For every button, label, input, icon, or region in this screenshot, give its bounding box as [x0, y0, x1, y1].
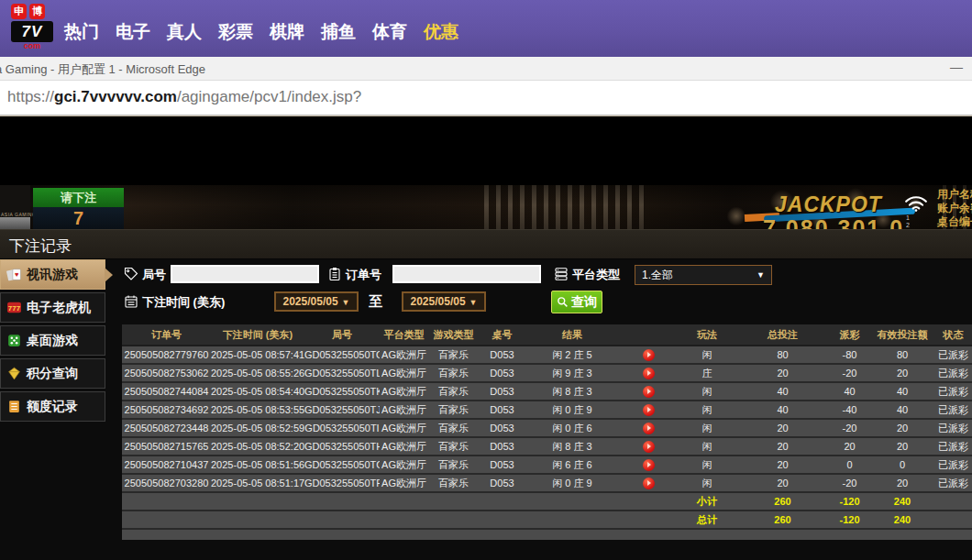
cell-order: 250505082753062 — [122, 364, 211, 382]
chevron-down-icon: ▼ — [469, 298, 478, 307]
browser-urlbar[interactable]: https://gci.7vvvvvv.com/agingame/pcv1/in… — [0, 81, 972, 115]
column-header: 订单号 — [122, 324, 211, 346]
cell-table-no: D053 — [479, 346, 525, 364]
cell-order: 250505082710437 — [122, 456, 211, 474]
cell-platform: AG欧洲厅 — [380, 437, 428, 456]
cell-replay — [619, 382, 678, 401]
cell-payout: -20 — [829, 419, 870, 437]
cell-platform: AG欧洲厅 — [380, 364, 428, 382]
cell-result: 闲 8 庄 3 — [525, 437, 619, 456]
order-number-input[interactable] — [392, 265, 541, 283]
platform-type-select[interactable]: 1.全部 ▼ — [635, 265, 772, 285]
bet-records-table: 订单号下注时间 (美东)局号平台类型游戏类型桌号结果玩法总投注派彩有效投注额状态… — [122, 324, 972, 540]
column-header — [619, 324, 678, 346]
cell-game: 百家乐 — [428, 456, 479, 474]
date-from-picker[interactable]: 2025/05/05▼ — [274, 291, 359, 312]
cell-round: GD053255050TL — [304, 364, 380, 382]
nav-item[interactable]: 真人 — [167, 20, 202, 44]
cell-order: 250505082744084 — [122, 382, 211, 401]
cell-game: 百家乐 — [428, 364, 479, 382]
cell-platform: AG欧洲厅 — [380, 401, 428, 419]
cell-order: 250505082715765 — [122, 437, 211, 456]
table-row: 2505050827032802025-05-05 08:51:17GD0532… — [122, 474, 972, 492]
sum-valid-bet: 240 — [870, 511, 934, 529]
page-title-bar: 下注记录 — [0, 229, 972, 259]
sum-total-bet: 260 — [736, 492, 829, 511]
site-logo[interactable]: 申 博 7V com — [11, 4, 59, 57]
replay-button[interactable] — [643, 423, 655, 434]
ledger-icon — [6, 399, 22, 414]
platform-type-value: 1.全部 — [642, 269, 673, 281]
cell-table-no: D053 — [479, 474, 525, 492]
cell-platform: AG欧洲厅 — [380, 456, 428, 474]
tag-icon — [124, 267, 138, 281]
nav-item[interactable]: 彩票 — [218, 20, 253, 44]
cell-order: 250505082779760 — [122, 346, 211, 364]
nav-item[interactable]: 棋牌 — [270, 20, 304, 44]
nav-item[interactable]: 热门 — [64, 20, 99, 44]
cell-total-bet: 80 — [736, 346, 829, 364]
cell-valid-bet: 80 — [870, 346, 934, 364]
cell-result: 闲 6 庄 6 — [525, 456, 619, 474]
sidebar: ♥视讯游戏777电子老虎机桌面游戏积分查询额度记录 — [0, 259, 114, 422]
cell-game: 百家乐 — [428, 419, 479, 437]
cell-payout: 40 — [829, 382, 870, 401]
chevron-down-icon: ▼ — [757, 266, 765, 284]
nav-item[interactable]: 体育 — [372, 20, 407, 44]
replay-button[interactable] — [643, 349, 655, 361]
cell-time: 2025-05-05 08:52:59 — [211, 419, 304, 437]
cell-play-type: 庄 — [678, 364, 736, 382]
user-name-label: 用户名称 — [937, 188, 972, 202]
cell-replay — [619, 346, 678, 364]
cell-table-no: D053 — [479, 419, 525, 437]
nav-item[interactable]: 电子 — [116, 20, 150, 44]
round-number-input[interactable] — [171, 265, 319, 283]
sum-valid-bet: 240 — [870, 492, 934, 511]
subtotal-row: 小计260-120240 — [122, 492, 972, 511]
replay-button[interactable] — [643, 404, 655, 416]
nav-item[interactable]: 优惠 — [424, 20, 458, 44]
calendar-icon — [124, 294, 138, 309]
cell-total-bet: 20 — [736, 456, 829, 474]
replay-button[interactable] — [643, 368, 655, 379]
sum-label: 小计 — [678, 492, 736, 511]
cell-play-type: 闲 — [678, 346, 736, 364]
cell-round: GD053255050TI — [304, 419, 380, 437]
bet-countdown: 7 — [33, 207, 124, 229]
cell-payout: -20 — [829, 364, 870, 382]
minimize-button[interactable]: — — [950, 60, 963, 74]
platform-type-label: 平台类型 — [572, 267, 620, 283]
sidebar-item-ledger[interactable]: 额度记录 — [0, 391, 105, 422]
replay-button[interactable] — [643, 459, 655, 471]
replay-button[interactable] — [643, 386, 655, 398]
cell-payout: -40 — [829, 401, 870, 419]
bet-status-label: 请下注 — [33, 188, 124, 207]
sidebar-item-diamond[interactable]: 积分查询 — [0, 358, 105, 389]
cell-result: 闲 2 庄 5 — [525, 346, 619, 364]
column-header: 下注时间 (美东) — [211, 324, 304, 346]
sidebar-item-slot[interactable]: 777电子老虎机 — [0, 292, 105, 323]
column-header: 有效投注额 — [870, 324, 934, 346]
order-number-label: 订单号 — [346, 267, 381, 283]
cell-total-bet: 40 — [736, 382, 829, 401]
page-top-black — [0, 115, 972, 185]
logo-7v: 7V — [11, 21, 53, 42]
date-to-picker[interactable]: 2025/05/05▼ — [402, 291, 486, 312]
cell-status: 已派彩 — [934, 419, 972, 437]
sidebar-item-dice[interactable]: 桌面游戏 — [0, 325, 105, 356]
cell-blank — [122, 492, 678, 511]
wifi-icon — [904, 194, 928, 213]
sidebar-item-cards[interactable]: ♥视讯游戏 — [0, 259, 105, 290]
cell-table-no: D053 — [479, 401, 525, 419]
cell-platform: AG欧洲厅 — [380, 474, 428, 492]
replay-button[interactable] — [643, 478, 655, 489]
search-button[interactable]: 查询 — [551, 291, 602, 313]
cell-play-type: 闲 — [678, 419, 736, 437]
table-row: 2505050827234482025-05-05 08:52:59GD0532… — [122, 419, 972, 437]
nav-item[interactable]: 捕鱼 — [321, 20, 356, 44]
replay-button[interactable] — [643, 441, 655, 453]
svg-text:777: 777 — [8, 304, 21, 313]
table-row: 2505050827346922025-05-05 08:53:55GD0532… — [122, 401, 972, 419]
round-number-label: 局号 — [142, 267, 166, 283]
cell-status: 已派彩 — [934, 346, 972, 364]
